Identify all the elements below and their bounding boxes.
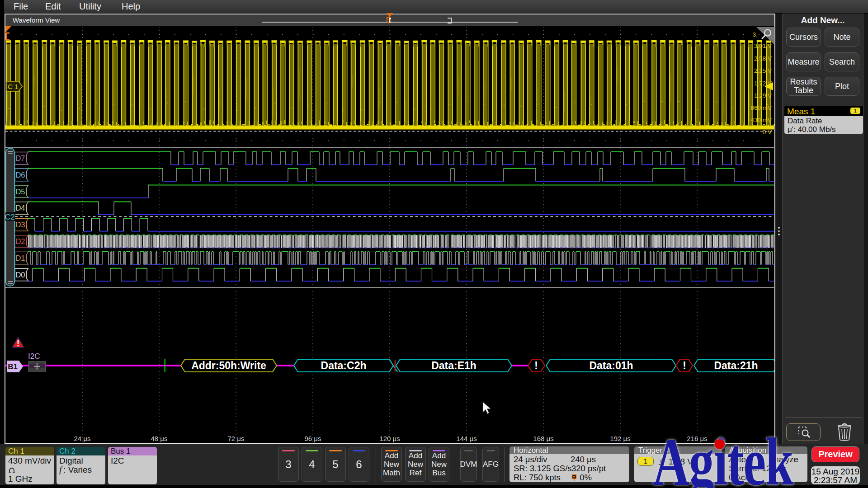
svg-text:Data:21h: Data:21h [714,360,758,371]
svg-text:!: ! [534,359,538,371]
svg-text:C2: C2 [5,213,15,221]
svg-text:3.: 3. [753,31,758,38]
svg-text:Data:E1h: Data:E1h [431,360,476,371]
svg-text:48 μs: 48 μs [151,435,168,442]
svg-text:Data:01h: Data:01h [589,360,633,371]
svg-text:3.01 V: 3.01 V [754,42,772,49]
svg-text:D3: D3 [15,221,25,229]
svg-text:2.58 V: 2.58 V [754,55,772,62]
svg-text:96 μs: 96 μs [305,435,321,442]
svg-text:192 μs: 192 μs [610,435,630,442]
svg-text:2.15 V: 2.15 V [754,67,772,74]
svg-text:168 μs: 168 μs [533,435,553,442]
svg-text:C 1: C 1 [8,83,18,90]
svg-text:D0: D0 [15,271,25,279]
svg-text:B1: B1 [8,362,18,371]
svg-text:D5: D5 [15,188,25,196]
svg-text:D6: D6 [15,171,25,179]
svg-text:144 μs: 144 μs [456,435,476,442]
svg-text:D4: D4 [15,204,25,212]
svg-text:I2C: I2C [28,352,40,361]
svg-text:1.29 V: 1.29 V [754,92,772,99]
svg-text:860 mV: 860 mV [750,104,772,111]
svg-text:0 V: 0 V [763,129,772,136]
svg-text:24 μs: 24 μs [74,435,91,442]
svg-text:D2: D2 [15,237,25,245]
svg-text:430 mV: 430 mV [750,117,772,123]
svg-text:D1: D1 [15,254,25,262]
svg-text:120 μs: 120 μs [379,435,400,442]
svg-text:72 μs: 72 μs [228,435,245,442]
svg-text:Data:C2h: Data:C2h [321,360,367,371]
svg-text:!: ! [683,359,686,371]
svg-text:Addr:50h:Write: Addr:50h:Write [191,360,266,371]
svg-text:D7: D7 [15,154,25,162]
